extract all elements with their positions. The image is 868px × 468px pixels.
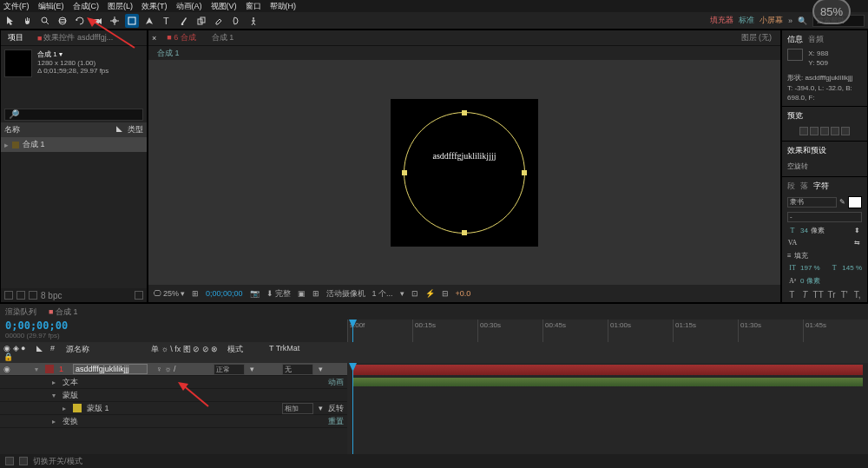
effects-presets-tab[interactable]: 效果和预设: [787, 145, 826, 156]
project-col-type[interactable]: 类型: [128, 124, 143, 135]
paragraph-tab-p[interactable]: 段: [787, 181, 795, 192]
layer-row[interactable]: ◉ ▾ 1 ♀ ☼ / 正常▾ 无▾: [0, 363, 347, 376]
animate-button[interactable]: 动画: [328, 377, 344, 388]
exposure-value[interactable]: +0.0: [456, 289, 471, 298]
next-frame-icon[interactable]: [831, 127, 839, 135]
roi-icon[interactable]: ▣: [298, 289, 306, 298]
faux-italic-icon[interactable]: T: [800, 290, 810, 300]
timeline-tracks[interactable]: [347, 363, 868, 454]
comp-tab-6[interactable]: ■ 6 合成: [161, 32, 201, 43]
time-display[interactable]: 0;00;00;00: [206, 289, 243, 298]
mask-ellipse-path[interactable]: [404, 112, 525, 234]
timeline-comp-tab[interactable]: ■ 合成 1: [49, 307, 77, 318]
pixel-aspect-icon[interactable]: ⊡: [411, 289, 418, 298]
render-queue-tab[interactable]: 渲染队列: [5, 307, 36, 318]
close-tab-icon[interactable]: ×: [152, 34, 156, 43]
faux-bold-icon[interactable]: T: [787, 290, 797, 300]
mask-color-label[interactable]: [73, 404, 82, 412]
zoom-tool-icon[interactable]: [38, 14, 52, 28]
playhead-line[interactable]: [352, 363, 353, 454]
layer-prop-text[interactable]: ▸ 文本 动画: [0, 376, 347, 389]
play-icon[interactable]: [820, 127, 829, 135]
last-frame-icon[interactable]: [841, 127, 850, 135]
menu-window[interactable]: 窗口: [246, 1, 261, 12]
interpret-footage-icon[interactable]: [4, 291, 13, 300]
layer-prop-mask-group[interactable]: ▾ 蒙版: [0, 389, 347, 402]
orbit-tool-icon[interactable]: [56, 14, 69, 28]
composition-viewer[interactable]: asddfffgjuklilikjjjj: [148, 60, 780, 285]
hand-tool-icon[interactable]: [21, 14, 35, 28]
layout-dropdown[interactable]: 图层 (无): [736, 32, 778, 43]
small-caps-icon[interactable]: Tr: [827, 290, 837, 300]
first-frame-icon[interactable]: [799, 127, 808, 135]
views-dropdown[interactable]: 1 个...: [372, 288, 393, 300]
mask-handle-bottom[interactable]: [462, 230, 467, 235]
roto-tool-icon[interactable]: [229, 14, 243, 28]
camera-dropdown[interactable]: 活动摄像机: [326, 288, 365, 300]
horz-scale-value[interactable]: 145 %: [842, 264, 862, 272]
workspace-default[interactable]: 填充器: [710, 15, 733, 26]
mask-mode-dropdown[interactable]: 相加: [282, 403, 313, 414]
project-item-comp[interactable]: ▸ 合成 1: [1, 137, 147, 152]
resolution-dropdown[interactable]: ⬇ 完整: [266, 288, 291, 300]
workspace-standard[interactable]: 标准: [739, 15, 754, 26]
eyedropper-icon[interactable]: ✎: [839, 198, 845, 206]
trash-icon[interactable]: [135, 291, 143, 300]
path-text-layer[interactable]: asddfffgjuklilikjjjj: [433, 151, 496, 161]
eraser-tool-icon[interactable]: [212, 14, 226, 28]
rotate-tool-icon[interactable]: [73, 14, 87, 28]
comp-breadcrumb[interactable]: 合成 1: [148, 46, 780, 60]
toggle-switch-icon[interactable]: [5, 457, 14, 465]
fast-preview-icon[interactable]: ⚡: [425, 289, 435, 298]
menu-animation[interactable]: 动画(A): [176, 1, 202, 12]
project-col-label-icon[interactable]: ◣: [116, 124, 122, 135]
composition-canvas[interactable]: asddfffgjuklilikjjjj: [391, 99, 538, 247]
character-tab[interactable]: 字符: [813, 181, 829, 192]
layer-mask-row[interactable]: ▸ 蒙版 1 相加▾ 反转: [0, 402, 347, 415]
info-tab[interactable]: 信息: [787, 34, 803, 45]
layer-prop-transform[interactable]: ▸ 变换 重置: [0, 415, 347, 428]
pen-tool-icon[interactable]: [142, 14, 156, 28]
menu-help[interactable]: 帮助(H): [270, 1, 297, 12]
menu-edit[interactable]: 编辑(E): [38, 1, 64, 12]
paragraph-tab-r[interactable]: 落: [800, 181, 808, 192]
pan-behind-tool-icon[interactable]: [108, 14, 122, 28]
zoom-dropdown[interactable]: 25%: [163, 289, 179, 298]
menu-effect[interactable]: 效果(T): [141, 1, 168, 12]
menu-composition[interactable]: 合成(C): [73, 1, 100, 12]
subscript-icon[interactable]: T,: [852, 290, 862, 300]
stroke-options[interactable]: 填充: [794, 251, 808, 260]
brush-tool-icon[interactable]: [177, 14, 191, 28]
prev-frame-icon[interactable]: [810, 127, 819, 135]
type-tool-icon[interactable]: T: [160, 14, 174, 28]
chevron-right-icon[interactable]: »: [788, 16, 792, 25]
font-family-dropdown[interactable]: 隶书: [787, 197, 837, 208]
new-comp-icon[interactable]: [29, 291, 37, 300]
transform-reset[interactable]: 重置: [328, 416, 344, 427]
bpc-toggle[interactable]: 8 bpc: [41, 291, 62, 300]
vert-scale-value[interactable]: 197 %: [800, 264, 820, 272]
project-tab[interactable]: 项目: [1, 30, 30, 45]
all-caps-icon[interactable]: TT: [813, 290, 824, 300]
text-color-swatch[interactable]: [848, 196, 862, 208]
grid-icon[interactable]: ⊞: [312, 289, 319, 298]
menu-view[interactable]: 视图(V): [211, 1, 237, 12]
project-col-name[interactable]: 名称: [4, 124, 111, 135]
workspace-small[interactable]: 小屏幕: [760, 15, 783, 26]
shape-tool-icon[interactable]: [125, 14, 139, 28]
mask-name[interactable]: 蒙版 1: [87, 403, 109, 414]
font-size-value[interactable]: 34: [800, 227, 808, 234]
toggle-switches-modes[interactable]: 切换开关/模式: [33, 456, 82, 467]
project-search-input[interactable]: 🔎: [4, 109, 143, 121]
time-ruler[interactable]: s:00f 00:15s 00:30s 00:45s 01:00s 01:15s…: [347, 320, 868, 342]
menu-file[interactable]: 文件(F): [3, 1, 30, 12]
clone-tool-icon[interactable]: [194, 14, 208, 28]
timeline-icon[interactable]: ⊟: [442, 289, 449, 298]
snapshot-icon[interactable]: 📷: [250, 289, 260, 298]
mask-invert-checkbox[interactable]: 反转: [328, 403, 344, 414]
font-style-dropdown[interactable]: -: [787, 212, 862, 222]
playhead[interactable]: [352, 320, 353, 342]
trkmat-dropdown[interactable]: 无: [282, 364, 313, 375]
blend-mode-dropdown[interactable]: 正常: [214, 364, 245, 375]
layer-color-label[interactable]: [45, 365, 54, 373]
